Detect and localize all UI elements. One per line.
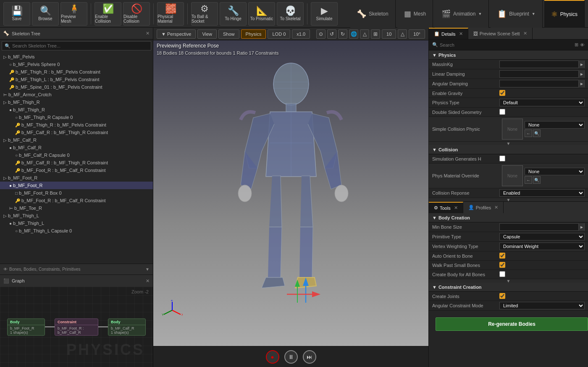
physics-section-collapse-arrow[interactable]: ▼ <box>507 141 511 146</box>
angular-damping-input[interactable]: 0.0 <box>500 81 578 86</box>
auto-orient-checkbox[interactable] <box>499 253 505 259</box>
graph-node-constraint[interactable]: Constraint b_MF_Foot_R : b_MF_Calf_R <box>55 318 98 335</box>
primitive-type-select[interactable]: Capsule Box Sphere <box>499 233 585 240</box>
preview-scene-tab[interactable]: 🖼 Preview Scene Sett ✕ <box>468 28 533 39</box>
physical-material-button[interactable]: 🧱 Physical Material <box>157 2 184 26</box>
show-button[interactable]: Show <box>218 29 239 39</box>
details-close-icon[interactable]: ✕ <box>459 31 463 37</box>
to-prismatic-button[interactable]: 📐 To Prismatic <box>248 2 275 26</box>
perspective-button[interactable]: ▼ Perspective <box>157 29 196 39</box>
viewport-icon-3[interactable]: ↻ <box>338 29 347 39</box>
viewport-grid-btn[interactable]: ⊞ <box>371 29 380 39</box>
simple-collision-back-btn[interactable]: ← <box>525 129 532 137</box>
tree-item[interactable]: ○b_MF_Thigh_L Capsule 0 <box>0 227 153 235</box>
tree-item[interactable]: ▷b_MF_Pelvis <box>0 53 153 61</box>
details-search-input[interactable] <box>440 42 573 48</box>
angle-value-btn[interactable]: 10° <box>409 29 425 39</box>
preview-scene-close-icon[interactable]: ✕ <box>523 31 527 36</box>
tree-item[interactable]: 🔑b_MF_Thigh_R : b_MF_Pelvis Constraint <box>0 68 153 76</box>
tree-item[interactable]: ⊢b_MF_Armor_Crotch <box>0 91 153 98</box>
tree-item[interactable]: 🔑b_MF_Calf_R : b_MF_Thigh_R Constraint <box>0 159 153 166</box>
viewport-icon-1[interactable]: ⊙ <box>316 29 326 39</box>
next-frame-button[interactable]: ⏭ <box>303 350 316 364</box>
walk-past-checkbox[interactable] <box>499 262 505 268</box>
mass-kg-input[interactable]: 3.367091 <box>500 62 578 67</box>
tree-item[interactable]: ●b_MF_Calf_R <box>0 144 153 151</box>
phys-material-back-btn[interactable]: ← <box>525 176 532 184</box>
viewport-canvas[interactable]: Previewing Reference Pose 18 Bodies 18 C… <box>153 40 428 346</box>
tree-item[interactable]: ○b_MF_Pelvis Sphere 0 <box>0 61 153 68</box>
body-creation-collapse-arrow[interactable]: ▼ <box>507 279 511 283</box>
save-button[interactable]: 💾 Save <box>3 2 30 26</box>
tree-item[interactable]: 🔑b_MF_Spine_01 : b_MF_Pelvis Constraint <box>0 83 153 91</box>
physics-view-button[interactable]: Physics <box>241 29 266 39</box>
preview-mesh-button[interactable]: 🧍 Preview Mesh <box>60 2 87 26</box>
profiles-close-icon[interactable]: ✕ <box>494 205 498 210</box>
simple-collision-search-btn[interactable]: 🔍 <box>533 129 541 137</box>
angular-damping-spin-arrow[interactable]: ▶ <box>578 80 584 87</box>
tab-skeleton[interactable]: 🦴 Skeleton <box>350 0 396 28</box>
tree-item[interactable]: ●b_MF_Thigh_R <box>0 106 153 114</box>
double-sided-checkbox[interactable] <box>499 109 505 115</box>
graph-node-body-calf[interactable]: Body b_MF_Calf_R 1 shape(s) <box>108 318 146 335</box>
viewport-icon-4[interactable]: 🌐 <box>349 29 358 39</box>
collision-section-header[interactable]: ▼ Collision <box>429 145 588 154</box>
viewport-icon-5[interactable]: △ <box>360 29 369 39</box>
tree-item[interactable]: ○b_MF_Thigh_R Capsule 0 <box>0 114 153 121</box>
tree-item[interactable]: 🔑b_MF_Foot_R : b_MF_Calf_R Constraint <box>0 166 153 174</box>
constraint-creation-header[interactable]: ▼ Constraint Creation <box>429 283 588 292</box>
viewport-icon-2[interactable]: ↺ <box>327 29 336 39</box>
skeleton-search-input[interactable] <box>12 43 148 48</box>
tab-mesh[interactable]: ▦ Mesh <box>397 0 433 28</box>
graph-canvas[interactable]: Zoom -2 PHYSICS Body b_MF_Foot_R 1 shape… <box>0 287 153 367</box>
to-skeletal-button[interactable]: 💀 To Skeletal <box>277 2 304 26</box>
tree-item[interactable]: ▷b_MF_Thigh_L <box>0 212 153 219</box>
tree-item[interactable]: ▷b_MF_Calf_R <box>0 136 153 144</box>
graph-node-body-foot[interactable]: Body b_MF_Foot_R 1 shape(s) <box>7 318 45 335</box>
close-skeleton-icon[interactable]: ✕ <box>146 31 150 36</box>
enable-collision-button[interactable]: ✅ Enable Collision <box>94 2 121 26</box>
tree-item[interactable]: 🔑b_MF_Thigh_L : b_MF_Pelvis Constraint <box>0 76 153 83</box>
tab-animation[interactable]: 🎬 Animation ▼ <box>435 0 489 28</box>
close-graph-icon[interactable]: ✕ <box>146 278 150 284</box>
tree-item[interactable]: ●b_MF_Foot_R <box>0 182 153 189</box>
create-body-checkbox[interactable] <box>499 271 505 277</box>
linear-damping-spin-arrow[interactable]: ▶ <box>578 70 584 78</box>
min-bone-size-arrow[interactable]: ▶ <box>578 223 584 231</box>
create-joints-checkbox[interactable] <box>499 293 505 299</box>
tools-tab[interactable]: ⚙ Tools ✕ <box>429 202 463 213</box>
physics-section-header[interactable]: ▼ Physics <box>429 50 588 60</box>
tree-item[interactable]: □b_MF_Foot_R Box 0 <box>0 189 153 197</box>
tree-item[interactable]: 🔑b_MF_Foot_R : b_MF_Calf_R Constraint <box>0 197 153 204</box>
collision-section-collapse-arrow[interactable]: ▼ <box>507 198 511 202</box>
body-creation-header[interactable]: ▼ Body Creation <box>429 213 588 222</box>
sim-generates-checkbox[interactable] <box>499 156 505 161</box>
browse-button[interactable]: 🔍 Browse <box>32 2 59 26</box>
details-view-toggle[interactable]: ⊞ <box>575 42 578 48</box>
tree-item[interactable]: ⊢b_MF_Toe_R <box>0 204 153 212</box>
physics-type-select[interactable]: Default Simulated Kinematic <box>499 99 585 106</box>
tab-blueprint[interactable]: 📋 Blueprint ▼ <box>491 0 542 28</box>
tree-item[interactable]: 🔑b_MF_Thigh_R : b_MF_Pelvis Constraint <box>0 121 153 129</box>
record-button[interactable] <box>266 350 279 364</box>
vertex-weighting-select[interactable]: Dominant Weight Any Weight <box>499 243 585 250</box>
linear-damping-input[interactable]: 0.01 <box>500 71 578 77</box>
tree-item[interactable]: ●b_MF_Thigh_L <box>0 219 153 227</box>
phys-material-search-btn[interactable]: 🔍 <box>533 176 541 184</box>
details-tab[interactable]: 📋 Details ✕ <box>429 28 468 39</box>
angular-constraint-select[interactable]: Limited Free Locked <box>499 302 585 309</box>
lod-button[interactable]: LOD 0 <box>268 29 290 39</box>
pause-button[interactable]: ⏸ <box>284 350 298 364</box>
snap-value-btn[interactable]: 10 <box>382 29 396 39</box>
regenerate-bodies-button[interactable]: Re-generate Bodies <box>436 317 588 331</box>
simulate-button[interactable]: ▶ Simulate <box>311 2 338 26</box>
profiles-tab[interactable]: 👤 Profiles ✕ <box>463 202 504 213</box>
details-eye-icon[interactable]: 👁 <box>580 42 585 48</box>
to-hinge-button[interactable]: 🔧 To Hinge <box>220 2 247 26</box>
tree-item[interactable]: ▷b_MF_Foot_R <box>0 174 153 182</box>
enable-gravity-checkbox[interactable] <box>499 90 505 96</box>
min-bone-size-input[interactable]: 20.0 <box>500 224 578 230</box>
phys-material-select[interactable]: None <box>525 168 585 175</box>
tab-physics[interactable]: ⚛ Physics <box>544 0 585 28</box>
tree-item[interactable]: ▷b_MF_Thigh_R <box>0 98 153 106</box>
